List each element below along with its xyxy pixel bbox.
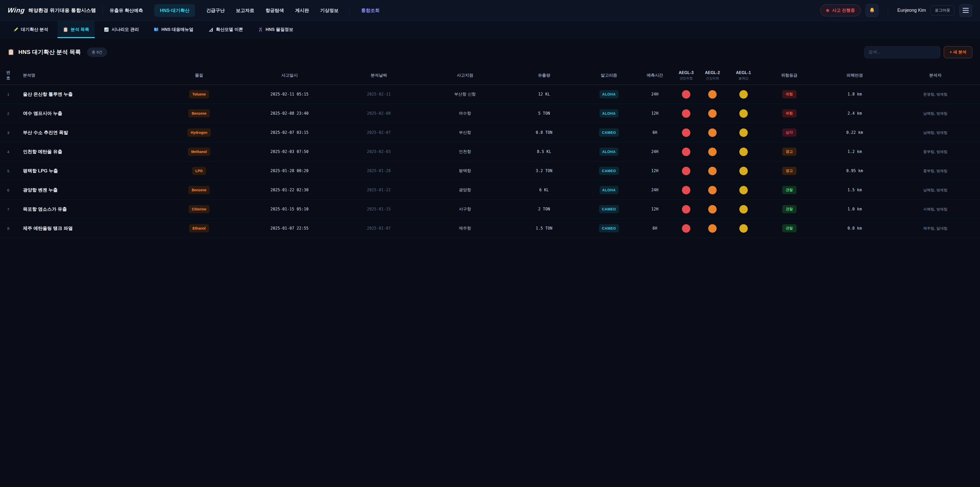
chemical-badge: Chlorine (189, 205, 210, 213)
aegl1-dot-icon (739, 186, 748, 194)
cell-damage-radius: 0.95 km (817, 169, 892, 173)
cell-chemical: LPG (154, 167, 244, 175)
tab-dna[interactable]: HNS 물질정보 (252, 21, 299, 38)
cell-aegl1 (725, 224, 761, 233)
cell-damage-radius: 1.0 km (817, 207, 892, 211)
tab-chart[interactable]: 시나리오 관리 (98, 21, 145, 38)
table-row[interactable]: 8제주 에탄올링 탱크 파열Ethanol2025-01-07 22:55202… (0, 219, 980, 238)
cell-spill-amount: 1.5 TON (507, 226, 581, 231)
chemical-badge: Toluene (189, 90, 209, 98)
cell-incident-datetime: 2025-01-22 02:30 (244, 188, 335, 192)
algorithm-badge: ALOHA (600, 186, 619, 194)
aegl3-dot-icon (682, 205, 690, 214)
aegl2-dot-icon (708, 205, 717, 214)
table-body: 1울산 온산항 톨루엔 누출Toluene2025-02-11 05:15202… (0, 85, 980, 238)
cell-algorithm: ALOHA (581, 109, 637, 118)
nav-item[interactable]: 게시판 (295, 7, 309, 14)
section-tabbar: 대기확산 분석분석 목록시나리오 관리HNS 대응매뉴얼확산모델 이론HNS 물… (0, 21, 980, 38)
hamburger-menu-button[interactable] (959, 4, 972, 17)
cell-analyst: 중부팀, 방재팀 (892, 169, 980, 173)
cell-aegl3 (673, 128, 699, 137)
cell-row-number: 8 (0, 226, 17, 231)
cell-aegl3 (673, 205, 699, 214)
aegl2-dot-icon (708, 186, 717, 194)
cell-analysis-name: 부산 수소 추진연 폭발 (17, 129, 154, 136)
cell-analyst: 남해팀, 방재팀 (892, 111, 980, 116)
cell-chemical: Ethanol (154, 224, 244, 232)
cell-analysis-date: 2025-01-07 (335, 226, 423, 231)
table-row[interactable]: 7목포항 염소스가 유출Chlorine2025-01-15 05:102025… (0, 200, 980, 219)
cell-forecast-hours: 12H (637, 169, 673, 173)
nav-item[interactable]: 유출유 확산예측 (110, 7, 143, 14)
nav-item[interactable]: 통합조회 (361, 7, 380, 14)
cell-spill-amount: 5 TON (507, 111, 581, 116)
risk-grade-badge: 관찰 (782, 186, 797, 194)
cell-incident-location: 부산항 (423, 130, 507, 135)
search-input[interactable] (864, 46, 940, 58)
cell-incident-datetime: 2025-01-28 00:20 (244, 169, 335, 173)
analysis-table: 번호분석명물질사고일시분석날짜사고지점유출량알고리즘예측시간AEGL-3생명위협… (0, 66, 980, 238)
brand[interactable]: Wing 해양환경 위기대응 통합시스템 (8, 6, 96, 14)
cell-forecast-hours: 24H (637, 188, 673, 192)
tab-label: 분석 목록 (71, 27, 89, 32)
logout-button[interactable]: 로그아웃 (931, 5, 955, 15)
nav-item[interactable]: 항공탐색 (266, 7, 284, 14)
tab-pen[interactable]: 대기확산 분석 (8, 21, 54, 38)
cell-algorithm: CAMEO (581, 128, 637, 137)
menu-divider (350, 7, 350, 14)
dna-icon (258, 27, 263, 32)
incident-status-label: 사고 진행중 (832, 7, 855, 13)
cell-row-number: 4 (0, 150, 17, 154)
nav-item[interactable]: 기상정보 (320, 7, 339, 14)
cell-analysis-name: 광양항 벤젠 누출 (17, 187, 154, 193)
cell-aegl1 (725, 109, 761, 118)
notifications-button[interactable] (865, 4, 879, 17)
table-row[interactable]: 4인천항 메탄올 유출Methanol2025-02-03 07:502025-… (0, 142, 980, 161)
cell-aegl1 (725, 186, 761, 194)
cell-incident-location: 평택항 (423, 168, 507, 174)
table-row[interactable]: 6광양항 벤젠 누출Benzene2025-01-22 02:302025-01… (0, 180, 980, 200)
column-header-aegl3: AEGL-3생명위협 (673, 70, 699, 80)
table-row[interactable]: 3부산 수소 추진연 폭발Hydrogen2025-02-07 03:15202… (0, 123, 980, 142)
column-header-date: 분석날짜 (335, 73, 423, 78)
column-header-hours: 예측시간 (637, 73, 673, 78)
tab-book[interactable]: HNS 대응매뉴얼 (148, 21, 199, 38)
cell-incident-location: 제주항 (423, 226, 507, 231)
tab-ruler[interactable]: 확산모델 이론 (203, 21, 249, 38)
cell-analysis-date: 2025-02-07 (335, 130, 423, 135)
nav-item[interactable]: HNS·대기확산 (154, 4, 195, 17)
cell-aegl2 (699, 224, 725, 233)
cell-aegl2 (699, 128, 725, 137)
table-row[interactable]: 5평택항 LPG 누출LPG2025-01-28 00:202025-01-28… (0, 161, 980, 180)
hamburger-icon (963, 8, 969, 9)
aegl3-dot-icon (682, 167, 690, 175)
aegl1-dot-icon (739, 205, 748, 214)
cell-chemical: Benzene (154, 109, 244, 118)
column-header-amount: 유출량 (507, 73, 581, 78)
column-header-location: 사고지점 (423, 73, 507, 78)
nav-item[interactable]: 보고자료 (236, 7, 254, 14)
incident-status-badge[interactable]: 사고 진행중 (820, 4, 861, 16)
risk-grade-badge: 경고 (782, 167, 797, 175)
brand-title: 해양환경 위기대응 통합시스템 (28, 7, 96, 14)
topnav-right: 사고 진행중 Eunjeong Kim 로그아웃 (820, 4, 972, 17)
column-header-aegl2: AEGL-2건강피해 (699, 70, 725, 80)
tab-clipboard[interactable]: 분석 목록 (57, 21, 95, 38)
tab-label: HNS 대응매뉴얼 (161, 27, 193, 32)
cell-incident-location: 서구항 (423, 207, 507, 212)
brand-logo: Wing (7, 6, 25, 14)
algorithm-badge: CAMEO (599, 167, 619, 175)
column-header-grade: 위험등급 (761, 73, 817, 78)
cell-analysis-date: 2025-02-03 (335, 149, 423, 154)
chemical-badge: Benzene (188, 186, 210, 194)
risk-grade-badge: 위험 (782, 109, 797, 118)
table-row[interactable]: 2여수 엠프시아 누출Benzene2025-02-08 23:402025-0… (0, 104, 980, 123)
cell-analysis-date: 2025-01-15 (335, 207, 423, 211)
cell-incident-location: 인천항 (423, 149, 507, 155)
cell-forecast-hours: 6H (637, 226, 673, 231)
nav-item[interactable]: 긴급구난 (206, 7, 224, 14)
new-analysis-button[interactable]: + 새 분석 (944, 46, 972, 58)
aegl2-dot-icon (708, 109, 717, 118)
table-row[interactable]: 1울산 온산항 톨루엔 누출Toluene2025-02-11 05:15202… (0, 85, 980, 104)
cell-analysis-date: 2025-02-11 (335, 92, 423, 97)
